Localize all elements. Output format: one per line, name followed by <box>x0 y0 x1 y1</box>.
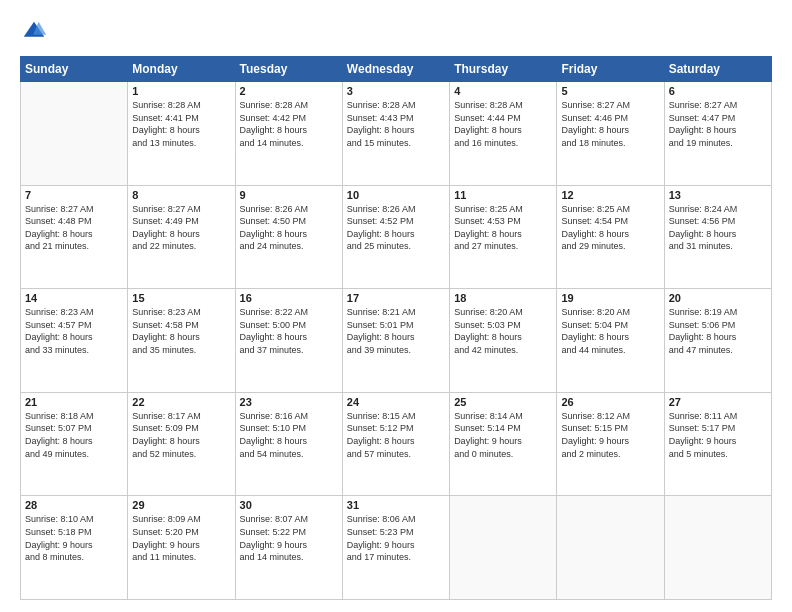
day-number: 18 <box>454 292 552 304</box>
day-info: Sunrise: 8:25 AM Sunset: 4:54 PM Dayligh… <box>561 203 659 253</box>
day-number: 21 <box>25 396 123 408</box>
day-number: 6 <box>669 85 767 97</box>
weekday-header-friday: Friday <box>557 57 664 82</box>
calendar-cell <box>450 496 557 600</box>
day-number: 27 <box>669 396 767 408</box>
calendar-cell: 19Sunrise: 8:20 AM Sunset: 5:04 PM Dayli… <box>557 289 664 393</box>
day-number: 12 <box>561 189 659 201</box>
day-info: Sunrise: 8:28 AM Sunset: 4:41 PM Dayligh… <box>132 99 230 149</box>
calendar-cell: 1Sunrise: 8:28 AM Sunset: 4:41 PM Daylig… <box>128 82 235 186</box>
day-number: 2 <box>240 85 338 97</box>
calendar-cell: 9Sunrise: 8:26 AM Sunset: 4:50 PM Daylig… <box>235 185 342 289</box>
day-number: 4 <box>454 85 552 97</box>
day-info: Sunrise: 8:23 AM Sunset: 4:57 PM Dayligh… <box>25 306 123 356</box>
day-number: 31 <box>347 499 445 511</box>
calendar-cell: 11Sunrise: 8:25 AM Sunset: 4:53 PM Dayli… <box>450 185 557 289</box>
day-number: 5 <box>561 85 659 97</box>
calendar-cell: 22Sunrise: 8:17 AM Sunset: 5:09 PM Dayli… <box>128 392 235 496</box>
day-info: Sunrise: 8:07 AM Sunset: 5:22 PM Dayligh… <box>240 513 338 563</box>
weekday-header-saturday: Saturday <box>664 57 771 82</box>
day-number: 20 <box>669 292 767 304</box>
weekday-header-thursday: Thursday <box>450 57 557 82</box>
day-number: 9 <box>240 189 338 201</box>
calendar-cell: 27Sunrise: 8:11 AM Sunset: 5:17 PM Dayli… <box>664 392 771 496</box>
day-info: Sunrise: 8:23 AM Sunset: 4:58 PM Dayligh… <box>132 306 230 356</box>
calendar-cell: 12Sunrise: 8:25 AM Sunset: 4:54 PM Dayli… <box>557 185 664 289</box>
calendar-cell: 30Sunrise: 8:07 AM Sunset: 5:22 PM Dayli… <box>235 496 342 600</box>
day-number: 24 <box>347 396 445 408</box>
calendar-cell: 15Sunrise: 8:23 AM Sunset: 4:58 PM Dayli… <box>128 289 235 393</box>
day-info: Sunrise: 8:22 AM Sunset: 5:00 PM Dayligh… <box>240 306 338 356</box>
day-number: 11 <box>454 189 552 201</box>
calendar-cell: 24Sunrise: 8:15 AM Sunset: 5:12 PM Dayli… <box>342 392 449 496</box>
day-number: 17 <box>347 292 445 304</box>
day-info: Sunrise: 8:28 AM Sunset: 4:44 PM Dayligh… <box>454 99 552 149</box>
day-info: Sunrise: 8:16 AM Sunset: 5:10 PM Dayligh… <box>240 410 338 460</box>
calendar-cell: 28Sunrise: 8:10 AM Sunset: 5:18 PM Dayli… <box>21 496 128 600</box>
weekday-header-sunday: Sunday <box>21 57 128 82</box>
calendar-cell: 7Sunrise: 8:27 AM Sunset: 4:48 PM Daylig… <box>21 185 128 289</box>
day-number: 7 <box>25 189 123 201</box>
day-number: 3 <box>347 85 445 97</box>
day-number: 1 <box>132 85 230 97</box>
day-number: 28 <box>25 499 123 511</box>
header <box>20 18 772 46</box>
day-info: Sunrise: 8:11 AM Sunset: 5:17 PM Dayligh… <box>669 410 767 460</box>
day-info: Sunrise: 8:25 AM Sunset: 4:53 PM Dayligh… <box>454 203 552 253</box>
day-number: 14 <box>25 292 123 304</box>
day-info: Sunrise: 8:28 AM Sunset: 4:43 PM Dayligh… <box>347 99 445 149</box>
day-info: Sunrise: 8:10 AM Sunset: 5:18 PM Dayligh… <box>25 513 123 563</box>
calendar-cell: 23Sunrise: 8:16 AM Sunset: 5:10 PM Dayli… <box>235 392 342 496</box>
day-info: Sunrise: 8:15 AM Sunset: 5:12 PM Dayligh… <box>347 410 445 460</box>
day-info: Sunrise: 8:18 AM Sunset: 5:07 PM Dayligh… <box>25 410 123 460</box>
calendar-cell: 14Sunrise: 8:23 AM Sunset: 4:57 PM Dayli… <box>21 289 128 393</box>
calendar-cell: 13Sunrise: 8:24 AM Sunset: 4:56 PM Dayli… <box>664 185 771 289</box>
week-row-1: 7Sunrise: 8:27 AM Sunset: 4:48 PM Daylig… <box>21 185 772 289</box>
day-number: 26 <box>561 396 659 408</box>
day-info: Sunrise: 8:20 AM Sunset: 5:03 PM Dayligh… <box>454 306 552 356</box>
day-number: 22 <box>132 396 230 408</box>
calendar-cell: 26Sunrise: 8:12 AM Sunset: 5:15 PM Dayli… <box>557 392 664 496</box>
day-info: Sunrise: 8:19 AM Sunset: 5:06 PM Dayligh… <box>669 306 767 356</box>
day-info: Sunrise: 8:14 AM Sunset: 5:14 PM Dayligh… <box>454 410 552 460</box>
day-number: 10 <box>347 189 445 201</box>
day-info: Sunrise: 8:21 AM Sunset: 5:01 PM Dayligh… <box>347 306 445 356</box>
calendar-cell: 21Sunrise: 8:18 AM Sunset: 5:07 PM Dayli… <box>21 392 128 496</box>
day-number: 19 <box>561 292 659 304</box>
calendar-cell: 25Sunrise: 8:14 AM Sunset: 5:14 PM Dayli… <box>450 392 557 496</box>
day-info: Sunrise: 8:20 AM Sunset: 5:04 PM Dayligh… <box>561 306 659 356</box>
logo <box>20 18 52 46</box>
week-row-2: 14Sunrise: 8:23 AM Sunset: 4:57 PM Dayli… <box>21 289 772 393</box>
day-number: 13 <box>669 189 767 201</box>
calendar-cell <box>21 82 128 186</box>
day-info: Sunrise: 8:27 AM Sunset: 4:49 PM Dayligh… <box>132 203 230 253</box>
day-info: Sunrise: 8:24 AM Sunset: 4:56 PM Dayligh… <box>669 203 767 253</box>
calendar-cell: 16Sunrise: 8:22 AM Sunset: 5:00 PM Dayli… <box>235 289 342 393</box>
calendar-cell: 3Sunrise: 8:28 AM Sunset: 4:43 PM Daylig… <box>342 82 449 186</box>
calendar-table: SundayMondayTuesdayWednesdayThursdayFrid… <box>20 56 772 600</box>
day-info: Sunrise: 8:28 AM Sunset: 4:42 PM Dayligh… <box>240 99 338 149</box>
day-info: Sunrise: 8:06 AM Sunset: 5:23 PM Dayligh… <box>347 513 445 563</box>
weekday-header-row: SundayMondayTuesdayWednesdayThursdayFrid… <box>21 57 772 82</box>
day-number: 23 <box>240 396 338 408</box>
day-number: 30 <box>240 499 338 511</box>
calendar-cell: 6Sunrise: 8:27 AM Sunset: 4:47 PM Daylig… <box>664 82 771 186</box>
calendar-cell: 10Sunrise: 8:26 AM Sunset: 4:52 PM Dayli… <box>342 185 449 289</box>
week-row-4: 28Sunrise: 8:10 AM Sunset: 5:18 PM Dayli… <box>21 496 772 600</box>
day-info: Sunrise: 8:17 AM Sunset: 5:09 PM Dayligh… <box>132 410 230 460</box>
weekday-header-monday: Monday <box>128 57 235 82</box>
calendar-cell: 18Sunrise: 8:20 AM Sunset: 5:03 PM Dayli… <box>450 289 557 393</box>
day-info: Sunrise: 8:27 AM Sunset: 4:47 PM Dayligh… <box>669 99 767 149</box>
day-number: 16 <box>240 292 338 304</box>
weekday-header-wednesday: Wednesday <box>342 57 449 82</box>
logo-icon <box>20 18 48 46</box>
page: SundayMondayTuesdayWednesdayThursdayFrid… <box>0 0 792 612</box>
calendar-cell <box>557 496 664 600</box>
day-info: Sunrise: 8:26 AM Sunset: 4:50 PM Dayligh… <box>240 203 338 253</box>
day-info: Sunrise: 8:27 AM Sunset: 4:46 PM Dayligh… <box>561 99 659 149</box>
day-number: 8 <box>132 189 230 201</box>
calendar-cell <box>664 496 771 600</box>
calendar-cell: 2Sunrise: 8:28 AM Sunset: 4:42 PM Daylig… <box>235 82 342 186</box>
day-info: Sunrise: 8:12 AM Sunset: 5:15 PM Dayligh… <box>561 410 659 460</box>
day-number: 25 <box>454 396 552 408</box>
